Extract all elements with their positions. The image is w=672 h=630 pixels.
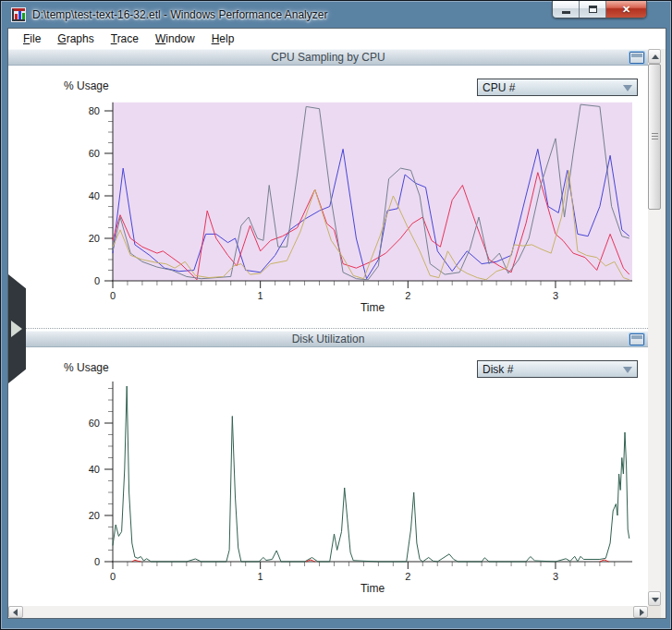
cpu-ylabel: % Usage: [64, 79, 109, 92]
app-icon: [11, 7, 26, 22]
svg-text:0: 0: [94, 556, 100, 567]
svg-text:40: 40: [89, 464, 100, 475]
cpu-expand-graph-button[interactable]: [629, 52, 644, 64]
vertical-scrollbar[interactable]: [648, 49, 661, 606]
svg-text:3: 3: [553, 571, 558, 582]
svg-text:20: 20: [89, 510, 100, 521]
cpu-selector-dropdown[interactable]: CPU #: [477, 79, 638, 96]
restore-button[interactable]: [580, 1, 606, 18]
menu-bar: FileGraphsTraceWindowHelp: [8, 29, 666, 49]
svg-text:2: 2: [405, 290, 410, 301]
cpu-panel-title: CPU Sampling by CPU: [271, 51, 385, 64]
svg-text:80: 80: [89, 105, 100, 116]
disk-utilization-chart[interactable]: 02040600123Time: [8, 347, 648, 606]
flyout-arrow-icon: [11, 321, 22, 337]
svg-text:1: 1: [258, 290, 263, 301]
close-button[interactable]: ✕: [606, 1, 646, 18]
cpu-usage-chart[interactable]: 0204060800123Time: [8, 66, 648, 328]
arrow-up-icon: [652, 55, 659, 59]
disk-selector-value: Disk #: [483, 363, 513, 376]
svg-text:1: 1: [258, 571, 263, 582]
arrow-left-icon: [13, 609, 18, 616]
svg-text:3: 3: [553, 290, 558, 301]
vertical-scroll-thumb[interactable]: [648, 64, 661, 210]
scrollbar-corner: [648, 606, 661, 618]
disk-expand-graph-button[interactable]: [629, 333, 644, 345]
scroll-right-button[interactable]: [633, 606, 648, 618]
dropdown-arrow-icon: [623, 367, 632, 373]
svg-text:2: 2: [405, 571, 410, 582]
disk-panel-title: Disk Utilization: [292, 333, 365, 345]
dropdown-arrow-icon: [623, 85, 632, 91]
cpu-chart-region: 0204060800123Time % Usage CPU #: [8, 66, 648, 328]
minimize-button[interactable]: [553, 1, 580, 18]
menu-item-trace[interactable]: Trace: [103, 30, 147, 47]
svg-text:20: 20: [89, 233, 100, 244]
window-title: D:\temp\test-text-16-32.etl - Windows Pe…: [32, 1, 327, 29]
window-glyph-icon: [631, 54, 642, 57]
close-icon: ✕: [622, 4, 630, 16]
arrow-down-icon: [652, 598, 659, 602]
menu-item-help[interactable]: Help: [203, 30, 243, 47]
arrow-right-icon: [640, 609, 644, 616]
svg-text:60: 60: [89, 148, 100, 159]
disk-panel-header: Disk Utilization: [8, 331, 648, 347]
svg-text:0: 0: [110, 571, 116, 582]
scroll-up-button[interactable]: [648, 49, 661, 64]
scrollbar-gutter: [661, 49, 666, 618]
horizontal-scrollbar[interactable]: [8, 606, 648, 618]
graphs-area: CPU Sampling by CPU 0204060800123Time % …: [8, 49, 648, 606]
scroll-down-button[interactable]: [648, 591, 661, 606]
svg-text:0: 0: [110, 290, 116, 301]
thumb-grip-icon: [652, 133, 658, 140]
minimize-icon: [562, 11, 570, 14]
svg-text:40: 40: [89, 190, 100, 201]
menu-item-window[interactable]: Window: [147, 30, 203, 47]
menu-item-graphs[interactable]: Graphs: [49, 30, 102, 47]
restore-icon: [589, 6, 597, 13]
scroll-left-button[interactable]: [8, 606, 23, 618]
svg-text:Time: Time: [360, 582, 385, 595]
window-glyph-icon: [631, 335, 642, 339]
window-controls: ✕: [552, 1, 647, 18]
disk-ylabel: % Usage: [64, 361, 109, 374]
disk-chart-region: 02040600123Time % Usage Disk #: [8, 347, 648, 606]
flyout-tab[interactable]: [8, 274, 26, 383]
app-window: D:\temp\test-text-16-32.etl - Windows Pe…: [0, 0, 672, 630]
title-bar[interactable]: D:\temp\test-text-16-32.etl - Windows Pe…: [1, 1, 671, 29]
svg-text:Time: Time: [360, 301, 385, 314]
client-area: FileGraphsTraceWindowHelp CPU Sampling b…: [8, 29, 666, 618]
svg-text:60: 60: [89, 418, 100, 429]
cpu-selector-value: CPU #: [483, 81, 515, 94]
svg-text:0: 0: [94, 275, 100, 286]
cpu-panel-header: CPU Sampling by CPU: [8, 49, 648, 66]
menu-item-file[interactable]: File: [15, 30, 49, 47]
disk-selector-dropdown[interactable]: Disk #: [477, 360, 638, 378]
